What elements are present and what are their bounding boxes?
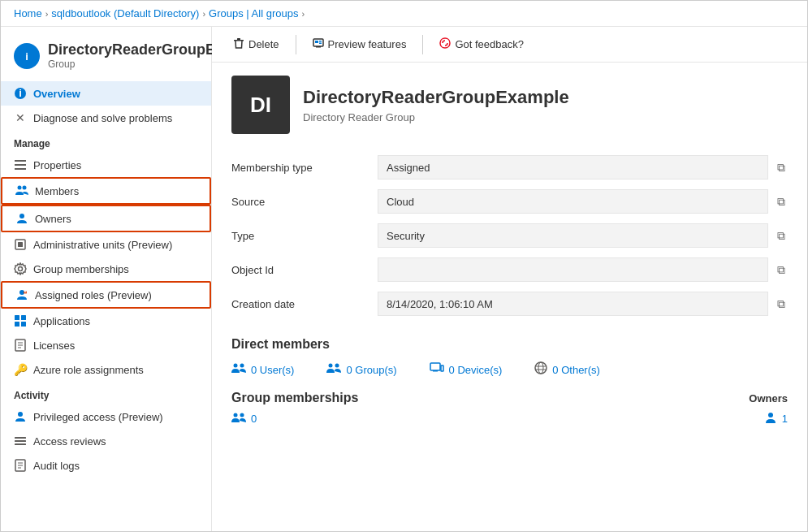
owners-count-item[interactable]: 1 bbox=[764, 412, 788, 426]
feedback-button[interactable]: Got feedback? bbox=[431, 33, 532, 55]
users-count-label: 0 User(s) bbox=[251, 364, 294, 376]
privileged-label: Privileged access (Preview) bbox=[33, 411, 163, 423]
svg-rect-36 bbox=[319, 41, 322, 42]
svg-rect-35 bbox=[315, 41, 318, 43]
svg-point-40 bbox=[240, 364, 244, 368]
prop-membership-container: Assigned ⧉ bbox=[378, 150, 788, 184]
others-stat[interactable]: 0 Other(s) bbox=[534, 361, 600, 378]
svg-point-12 bbox=[19, 267, 23, 271]
applications-label: Applications bbox=[33, 315, 90, 327]
applications-icon bbox=[14, 314, 27, 327]
assigned-roles-icon: ! bbox=[15, 288, 28, 301]
svg-rect-44 bbox=[433, 370, 438, 372]
prop-label-source: Source bbox=[231, 184, 378, 218]
svg-point-52 bbox=[768, 413, 773, 417]
svg-point-51 bbox=[240, 413, 244, 417]
breadcrumb: Home › sqldboutlook (Default Directory) … bbox=[1, 1, 807, 27]
svg-rect-18 bbox=[15, 322, 19, 327]
memberships-count-text: 0 bbox=[251, 413, 257, 425]
sidebar-header: i DirectoryReaderGroupExample Group bbox=[1, 33, 211, 78]
svg-text:i: i bbox=[19, 87, 22, 99]
svg-point-9 bbox=[19, 214, 24, 218]
group-info: DirectoryReaderGroupExample Directory Re… bbox=[303, 87, 569, 123]
device-icon bbox=[430, 362, 444, 377]
privileged-icon bbox=[14, 410, 27, 423]
manage-section-label: Manage bbox=[1, 130, 211, 153]
svg-point-24 bbox=[18, 412, 23, 417]
direct-members-title: Direct members bbox=[231, 337, 788, 352]
sidebar-item-owners[interactable]: Owners bbox=[1, 205, 211, 232]
svg-rect-33 bbox=[237, 38, 240, 40]
prop-value-membership: Assigned bbox=[378, 155, 768, 179]
sidebar-header-icon: i bbox=[14, 43, 40, 69]
gear-icon bbox=[14, 262, 27, 275]
breadcrumb-directory[interactable]: sqldboutlook (Default Directory) bbox=[51, 7, 199, 19]
group-name: DirectoryReaderGroupExample bbox=[303, 87, 569, 108]
members-label: Members bbox=[35, 185, 79, 197]
sidebar-item-azure-role[interactable]: 🔑 Azure role assignments bbox=[1, 357, 211, 382]
properties-grid: Membership type Assigned ⧉ Source Cloud … bbox=[231, 150, 788, 321]
svg-rect-38 bbox=[316, 46, 321, 48]
devices-stat[interactable]: 0 Device(s) bbox=[430, 362, 503, 377]
sidebar-item-applications[interactable]: Applications bbox=[1, 309, 211, 333]
breadcrumb-home[interactable]: Home bbox=[14, 7, 42, 19]
svg-rect-37 bbox=[319, 43, 322, 45]
copy-type-button[interactable]: ⧉ bbox=[775, 227, 788, 245]
sidebar-item-diagnose[interactable]: ✕ Diagnose and solve problems bbox=[1, 106, 211, 130]
prop-value-source: Cloud bbox=[378, 189, 768, 214]
svg-text:i: i bbox=[25, 50, 28, 63]
owners-label: Owners bbox=[35, 213, 71, 225]
users-stat[interactable]: 0 User(s) bbox=[231, 362, 294, 377]
group-memberships-section: Group memberships Owners 0 bbox=[231, 391, 788, 426]
breadcrumb-sep3: › bbox=[301, 9, 305, 19]
svg-point-7 bbox=[18, 186, 22, 190]
delete-icon bbox=[233, 37, 244, 51]
group-avatar: DI bbox=[231, 76, 290, 134]
sidebar-item-overview[interactable]: i Overview bbox=[1, 81, 211, 106]
svg-rect-25 bbox=[15, 437, 26, 439]
svg-rect-5 bbox=[15, 164, 26, 166]
sidebar-item-licenses[interactable]: Licenses bbox=[1, 333, 211, 357]
sidebar-item-privileged-access[interactable]: Privileged access (Preview) bbox=[1, 404, 211, 429]
svg-point-46 bbox=[535, 362, 547, 374]
memberships-count-item[interactable]: 0 bbox=[231, 412, 257, 426]
owners-icon bbox=[15, 212, 28, 225]
sidebar-item-members[interactable]: Members bbox=[1, 177, 211, 205]
breadcrumb-groups[interactable]: Groups | All groups bbox=[209, 7, 298, 19]
sidebar-item-group-memberships[interactable]: Group memberships bbox=[1, 257, 211, 281]
audit-icon bbox=[14, 459, 27, 472]
sidebar-item-assigned-roles[interactable]: ! Assigned roles (Preview) bbox=[1, 281, 211, 309]
group-header: DI DirectoryReaderGroupExample Directory… bbox=[231, 76, 788, 134]
svg-rect-16 bbox=[15, 315, 19, 320]
svg-rect-4 bbox=[15, 160, 26, 162]
owners-section-label: Owners bbox=[749, 392, 788, 404]
delete-button[interactable]: Delete bbox=[225, 33, 287, 55]
preview-features-button[interactable]: Preview features bbox=[305, 33, 415, 55]
toolbar-sep1 bbox=[296, 35, 296, 54]
svg-rect-27 bbox=[15, 443, 26, 445]
admin-units-icon bbox=[14, 238, 27, 251]
copy-source-button[interactable]: ⧉ bbox=[775, 192, 788, 211]
svg-rect-11 bbox=[18, 242, 23, 247]
sidebar-item-access-reviews[interactable]: Access reviews bbox=[1, 429, 211, 453]
copy-objectid-button[interactable]: ⧉ bbox=[775, 261, 788, 279]
owners-count-text: 1 bbox=[782, 413, 788, 425]
info-icon: i bbox=[14, 87, 27, 100]
members-icon bbox=[15, 184, 28, 197]
copy-creation-button[interactable]: ⧉ bbox=[775, 295, 788, 314]
memberships-count-icon bbox=[231, 412, 246, 426]
devices-count-label: 0 Device(s) bbox=[449, 364, 503, 376]
sidebar-item-properties[interactable]: Properties bbox=[1, 153, 211, 177]
copy-membership-button[interactable]: ⧉ bbox=[775, 158, 788, 177]
svg-point-39 bbox=[234, 364, 238, 368]
groups-stat[interactable]: 0 Group(s) bbox=[326, 362, 396, 377]
sidebar-item-admin-units[interactable]: Administrative units (Preview) bbox=[1, 232, 211, 257]
svg-rect-17 bbox=[21, 315, 26, 320]
preview-features-label: Preview features bbox=[328, 38, 407, 50]
preview-icon bbox=[313, 37, 324, 51]
svg-point-8 bbox=[23, 186, 27, 190]
group-subtitle: Directory Reader Group bbox=[303, 111, 569, 123]
sidebar-item-audit-logs[interactable]: Audit logs bbox=[1, 453, 211, 478]
groups-icon bbox=[326, 362, 341, 377]
memberships-section-title: Group memberships bbox=[231, 391, 358, 405]
